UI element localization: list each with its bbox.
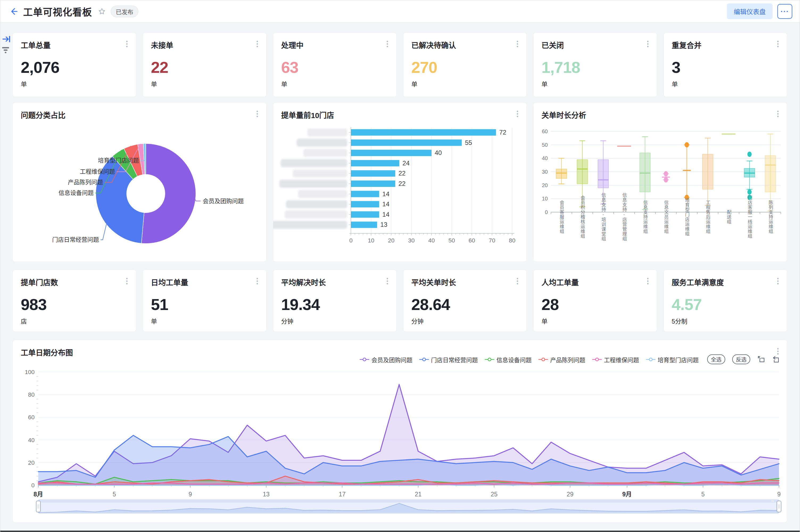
kpi-value: 28.64	[403, 287, 526, 314]
card-menu-button[interactable]	[516, 40, 519, 48]
kpi-unit: 单	[143, 77, 266, 88]
kpi-title: 服务工单满意度	[672, 277, 724, 287]
bar-chart-card: 提单量前10门店 0102030405060708072554024222214…	[273, 102, 527, 262]
svg-text:10: 10	[368, 237, 374, 244]
back-button[interactable]	[8, 5, 19, 17]
card-menu-button[interactable]	[256, 40, 258, 48]
kpi-title: 未接单	[151, 40, 173, 50]
kpi-title: 已关闭	[541, 40, 564, 50]
card-menu-button[interactable]	[516, 110, 519, 118]
card-menu-button[interactable]	[777, 277, 779, 285]
svg-text:100: 100	[25, 369, 35, 375]
legend-item[interactable]: 信息设备问题	[485, 355, 532, 364]
kpi-value: 22	[143, 50, 266, 77]
kpi-title: 提单门店数	[21, 277, 58, 287]
svg-text:14: 14	[382, 211, 390, 218]
card-menu-button[interactable]	[256, 277, 258, 285]
kpi-unit: 单	[403, 77, 526, 88]
data-zoom-icon[interactable]	[757, 356, 765, 363]
published-status-badge: 已发布	[111, 5, 138, 17]
window-bottom-edge	[0, 531, 800, 532]
kpi-title: 日均工单量	[151, 277, 188, 287]
kpi-card: 人均工单量 28 单	[533, 270, 657, 332]
kpi-card: 工单总量 2,076 单	[13, 33, 136, 97]
svg-text:陈列支持运维组: 陈列支持运维组	[768, 200, 774, 234]
svg-text:0: 0	[545, 209, 548, 215]
legend-item[interactable]: 会员及团购问题	[360, 355, 412, 364]
legend-invert-selection-button[interactable]: 反选	[732, 355, 750, 364]
card-menu-button[interactable]	[516, 277, 519, 285]
svg-text:9月: 9月	[622, 491, 632, 498]
svg-text:会员客服运维组: 会员客服运维组	[559, 200, 564, 234]
card-menu-button[interactable]	[256, 110, 258, 118]
kpi-value: 51	[143, 287, 266, 314]
svg-text:信息支持-培训课堂组: 信息支持-培训课堂组	[601, 193, 606, 241]
collapse-panel-icon[interactable]	[2, 34, 12, 45]
card-menu-button[interactable]	[386, 277, 388, 285]
svg-text:5: 5	[701, 491, 705, 498]
card-menu-button[interactable]	[777, 110, 779, 118]
kpi-title: 工单总量	[21, 40, 51, 50]
legend-select-all-button[interactable]: 全选	[707, 355, 725, 364]
more-actions-button[interactable]: ···	[777, 4, 792, 19]
card-menu-button[interactable]	[647, 40, 649, 48]
legend-marker-icon	[360, 357, 369, 362]
svg-text:13: 13	[380, 221, 387, 228]
svg-text:72: 72	[499, 129, 506, 136]
svg-text:50: 50	[542, 142, 548, 148]
legend-item[interactable]: 产品陈列问题	[538, 355, 585, 364]
kpi-card: 未接单 22 单	[143, 33, 266, 97]
svg-text:20: 20	[388, 237, 394, 244]
chart-row: 问题分类占比 会员及团购问题门店日常经营问题信息设备问题产品陈列问题工程维保问题…	[13, 102, 787, 262]
svg-text:5: 5	[113, 491, 116, 498]
kpi-title: 平均解决时长	[281, 277, 326, 287]
legend-item[interactable]: 工程维保问题	[592, 355, 639, 364]
card-title: 提单量前10门店	[281, 110, 334, 120]
svg-text:40: 40	[542, 155, 548, 161]
svg-text:40: 40	[428, 237, 434, 244]
card-menu-button[interactable]	[647, 277, 649, 285]
kpi-card: 提单门店数 983 店	[13, 270, 136, 332]
svg-text:29: 29	[567, 491, 574, 498]
legend-item[interactable]: 培育型门店问题	[646, 355, 699, 364]
legend-item[interactable]: 门店日常经营问题	[419, 355, 478, 364]
kpi-unit: 单	[534, 77, 657, 88]
svg-text:14: 14	[382, 190, 390, 197]
kpi-unit: 单	[273, 77, 396, 88]
card-menu-button[interactable]	[126, 277, 128, 285]
svg-text:30: 30	[542, 169, 548, 175]
svg-text:20: 20	[542, 183, 548, 188]
svg-text:信息支持运维组: 信息支持运维组	[643, 200, 648, 234]
legend-marker-icon	[592, 357, 602, 362]
edit-dashboard-button[interactable]: 编辑仪表盘	[727, 3, 773, 19]
svg-text:55: 55	[465, 139, 472, 146]
kpi-card: 已关闭 1,718 单	[533, 33, 657, 97]
kpi-card: 日均工单量 51 单	[143, 270, 266, 332]
svg-text:20: 20	[28, 459, 35, 466]
boxplot-card: 关单时长分析 0102030405060会员客服运维组会员积分稽核运维组信息支持…	[533, 102, 787, 262]
kpi-unit: 分钟	[273, 314, 396, 325]
top-bar: 工单可视化看板 已发布 编辑仪表盘 ···	[0, 0, 800, 23]
kpi-card: 重复合并 3 单	[664, 33, 787, 97]
card-menu-button[interactable]	[386, 40, 388, 48]
svg-text:40: 40	[28, 437, 35, 443]
card-menu-button[interactable]	[777, 40, 779, 48]
svg-text:信息设备问题: 信息设备问题	[58, 190, 94, 196]
card-title: 关单时长分析	[541, 110, 586, 120]
svg-text:25: 25	[490, 491, 498, 498]
svg-text:22: 22	[398, 170, 406, 177]
kpi-value: 3	[664, 50, 787, 77]
svg-text:工程售后运维组: 工程售后运维组	[705, 200, 711, 234]
kpi-value: 983	[13, 287, 136, 314]
card-menu-button[interactable]	[126, 40, 128, 48]
kpi-title: 重复合并	[672, 40, 702, 50]
datazoom-brush	[36, 499, 781, 513]
timeline-chart: 0204060801008月5913172125299月59	[13, 340, 787, 522]
restore-icon[interactable]	[772, 356, 780, 363]
favorite-star-icon[interactable]	[98, 7, 106, 15]
svg-text:会员及团购问题: 会员及团购问题	[203, 198, 244, 205]
kpi-value: 4.57	[664, 287, 787, 314]
timeline-row: 工单日期分布图 会员及团购问题门店日常经营问题信息设备问题产品陈列问题工程维保问…	[13, 340, 787, 523]
svg-text:信息文员运维组: 信息文员运维组	[664, 200, 669, 234]
filter-icon[interactable]	[1, 46, 11, 55]
